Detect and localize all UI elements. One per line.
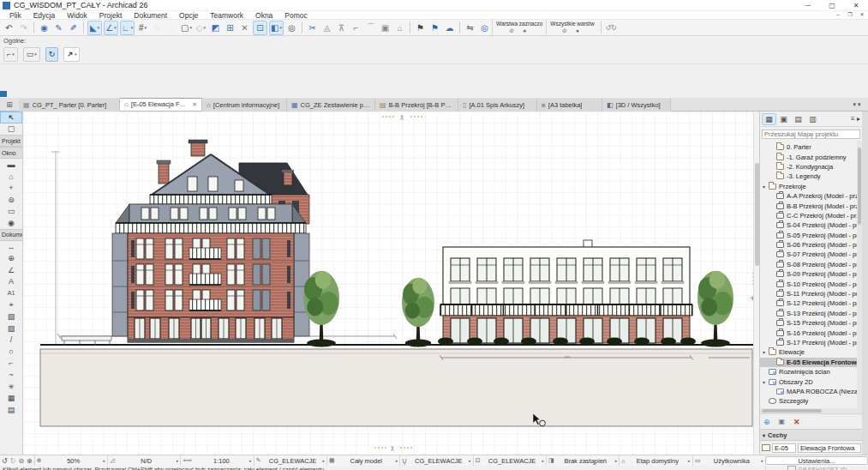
close-button[interactable]: ✕	[844, 0, 868, 10]
tree-item[interactable]: 0. Parter	[760, 142, 862, 152]
tool-slab[interactable]: ▭	[0, 206, 22, 218]
menu-item-teamwork[interactable]: Teamwork	[204, 11, 249, 20]
quick-option-model-filter[interactable]: ▦Cały model▸	[326, 455, 399, 466]
tool-fill[interactable]: ▨	[0, 322, 22, 334]
tool-wall[interactable]: ▬	[0, 159, 22, 171]
tree-item[interactable]: ▾Elewacje	[760, 347, 862, 357]
expander-icon[interactable]: ▾	[763, 349, 769, 355]
tool-zone[interactable]: ▧	[0, 310, 22, 322]
quad-view-icon[interactable]: ⊞	[0, 98, 19, 111]
intersect-icon[interactable]: ⌒	[364, 21, 377, 34]
box-icon[interactable]: ⚑	[414, 21, 427, 34]
quick-option-layer-combination[interactable]: ŲCG_ELEWACJE▸	[399, 455, 472, 466]
flag-new-icon[interactable]: ⇋	[464, 21, 476, 34]
virtual-trace-icon[interactable]: ✂	[306, 21, 319, 34]
menu-item-plik[interactable]: Plik	[3, 11, 27, 20]
guide-lines-icon[interactable]: ∟▾	[120, 21, 135, 35]
tree-item[interactable]: S-05 Przekrój (Model - przebu	[760, 231, 862, 240]
graphisoft-id[interactable]: GRAPHISOFT ID	[765, 466, 868, 470]
tool-line[interactable]: /	[0, 334, 22, 346]
menu-item-okna[interactable]: Okna	[249, 11, 278, 20]
tree-item[interactable]: ▾Przekroje	[760, 182, 862, 191]
tool-dimension[interactable]: ↔	[0, 241, 22, 253]
cursor-mode-button[interactable]: ➔▾	[63, 47, 80, 62]
drawing-canvas[interactable]: ✂ ✂ ✳	[23, 111, 759, 455]
arc-icon[interactable]: ⌂	[393, 21, 406, 34]
item-id-field[interactable]	[772, 443, 796, 453]
tool-label[interactable]: A1	[0, 287, 22, 299]
quick-option-profile[interactable]: ▭Użytkownika▸	[692, 455, 765, 466]
doc-restore-button[interactable]: ❐	[844, 11, 856, 19]
quick-option-renovation[interactable]: ⌂Etap domyślny▸	[619, 455, 691, 466]
tool-spline[interactable]: ~	[0, 369, 22, 381]
tree-item[interactable]: Rozwinięcia ścian	[760, 367, 862, 377]
doc-close-button[interactable]: ✕	[856, 11, 868, 19]
toolbar-icon[interactable]: ◉	[38, 21, 51, 34]
inject-parameters-icon[interactable]: ◣▾	[87, 21, 102, 35]
tree-item[interactable]: S-04 Przekrój (Model - przebu	[760, 220, 862, 230]
tab-2[interactable]: ⌂[E-05 Elewacja Frontowa]✕	[120, 98, 202, 111]
pick-up-parameters-icon[interactable]: ✎	[67, 21, 80, 34]
quick-option-orientation[interactable]: ◿N/D▸	[107, 455, 180, 466]
menu-item-edycja[interactable]: Edycja	[27, 11, 62, 20]
tree-item[interactable]: E-05 Elewacja Frontowa (Moc	[760, 358, 862, 367]
menu-item-pomoc[interactable]: Pomoc	[278, 11, 313, 20]
tool-polyline[interactable]: ⌐	[0, 358, 22, 370]
snap-reference-icon[interactable]: ◌	[151, 21, 164, 34]
menu-item-projekt[interactable]: Projekt	[93, 11, 128, 20]
flag-icon[interactable]: ☁	[443, 21, 456, 34]
zoom-in-icon[interactable]: ⊕	[27, 457, 33, 465]
rotation-button[interactable]: ↻	[45, 47, 59, 62]
fillet-icon[interactable]: ▣	[379, 21, 392, 34]
leaf-a-icon[interactable]: ▢▾	[180, 21, 193, 34]
tool-circle[interactable]: ○	[0, 346, 22, 358]
tree-item[interactable]: ▾Obszary 2D	[760, 377, 862, 386]
tool-point[interactable]: ✳	[0, 381, 22, 393]
tab-1[interactable]: ▦CG_PT_ Parter [0. Parter]	[19, 99, 120, 111]
minimize-button[interactable]: ─	[796, 0, 820, 10]
panel-menu-icon[interactable]: ≡ ▸	[851, 115, 860, 123]
item-name-field[interactable]	[798, 443, 861, 453]
minimized-palette-chip[interactable]	[0, 91, 7, 97]
canvas-vertical-scrollbar[interactable]	[753, 111, 759, 455]
tool-hotspot[interactable]: ⌖	[0, 299, 22, 311]
toolbox-section-dokume[interactable]: Dokume	[0, 229, 22, 241]
tree-item[interactable]: S-09 Przekrój (Model - przebu	[760, 269, 862, 279]
tab-close-icon[interactable]: ✕	[192, 101, 197, 108]
tab-4[interactable]: ▦CG_ZE Zestawienie powierz...	[287, 99, 375, 111]
layout-book-icon[interactable]: ▤	[791, 113, 805, 125]
toolbar-icon[interactable]: ∠▾	[104, 21, 118, 35]
tree-item[interactable]: S-11 Przekrój (Model - przebu	[760, 289, 862, 298]
tree-item[interactable]: Szczegóły	[760, 396, 862, 406]
toolbox-section-okno[interactable]: Okno	[0, 147, 22, 159]
tree-item[interactable]: C-C Przekrój (Model - przebu	[760, 211, 862, 220]
tool-drawing[interactable]: ▤	[0, 404, 22, 416]
tree-item[interactable]: MAPA ROBOCZA (Niezależny)	[760, 387, 862, 396]
project-map-search-input[interactable]	[762, 130, 860, 139]
tree-item[interactable]: A-A Przekrój (Model - przebu	[760, 191, 862, 201]
tree-item[interactable]: B-B Przekrój (Model - przebu	[760, 201, 862, 210]
zoom-out-icon[interactable]: ⊖	[18, 457, 24, 465]
tool-marquee[interactable]: ▢	[0, 124, 22, 136]
leaf-b-icon[interactable]: ◇▾	[195, 21, 207, 34]
tab-overflow-button[interactable]: ▾ ▾	[846, 98, 868, 111]
zoom-back-icon[interactable]: ↺	[2, 457, 8, 465]
expander-icon[interactable]: ▾	[763, 379, 769, 385]
transform-icon[interactable]: ✕	[238, 21, 251, 34]
home-icon[interactable]: ⚑	[428, 21, 441, 34]
tree-item[interactable]: S-07 Przekrój (Model - przebu	[760, 250, 862, 259]
group-lock-icon[interactable]: ⊞	[224, 21, 236, 34]
menu-item-widok[interactable]: Widok	[61, 11, 93, 20]
tree-vertical-scrollbar[interactable]	[857, 141, 862, 408]
tree-item[interactable]: -2. Kondygnacja	[760, 162, 862, 172]
anchor-point-button[interactable]: ⌐▾	[3, 47, 18, 62]
quick-option-overrides[interactable]: ◨Brak zastąpień▸	[546, 455, 619, 466]
tool-text[interactable]: A	[0, 276, 22, 288]
cloud-icon[interactable]: ◎	[478, 21, 491, 34]
duplicate-item-icon[interactable]: ▣	[779, 418, 786, 425]
view-map-icon[interactable]: ▣	[776, 113, 791, 125]
quick-option-scale[interactable]: ⟺1:100▸	[180, 455, 253, 466]
undo-icon[interactable]: ↶	[3, 21, 15, 34]
tree-item[interactable]: S-08 Przekrój (Model - przebu	[760, 260, 862, 269]
tab-3[interactable]: ⌂[Centrum informacyjne]	[202, 99, 287, 111]
